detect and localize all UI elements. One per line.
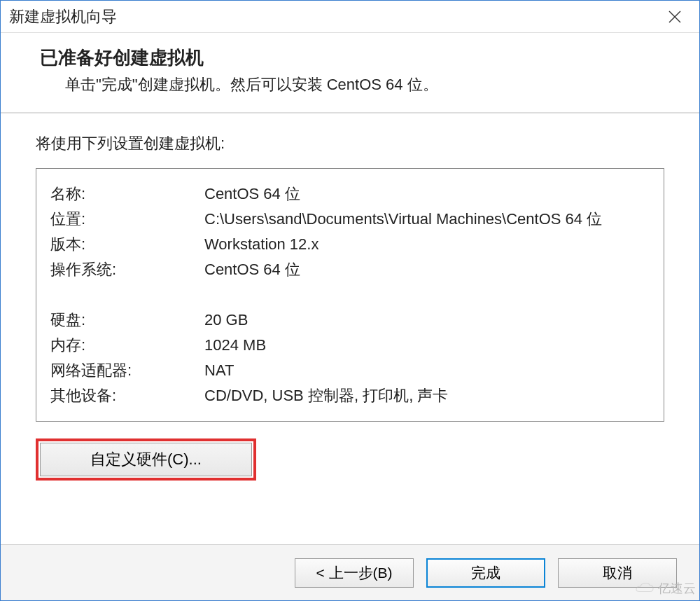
setting-value: NAT: [204, 358, 650, 383]
finish-button[interactable]: 完成: [426, 558, 545, 588]
setting-key: 其他设备:: [50, 383, 204, 408]
table-row: 操作系统: CentOS 64 位: [50, 257, 650, 282]
table-row: 其他设备: CD/DVD, USB 控制器, 打印机, 声卡: [50, 383, 650, 408]
content-area: 将使用下列设置创建虚拟机: 名称: CentOS 64 位 位置: C:\Use…: [1, 113, 699, 544]
setting-value: CentOS 64 位: [204, 181, 650, 207]
cancel-button[interactable]: 取消: [558, 558, 677, 588]
table-row: 位置: C:\Users\sand\Documents\Virtual Mach…: [50, 207, 650, 232]
spacer: [50, 282, 650, 308]
header-title: 已准备好创建虚拟机: [40, 46, 687, 70]
setting-value: CD/DVD, USB 控制器, 打印机, 声卡: [204, 383, 650, 408]
customize-hardware-button[interactable]: 自定义硬件(C)...: [40, 443, 252, 476]
setting-value: 20 GB: [204, 308, 650, 333]
settings-summary-box: 名称: CentOS 64 位 位置: C:\Users\sand\Docume…: [36, 168, 664, 422]
table-row: 内存: 1024 MB: [50, 333, 650, 358]
setting-key: 名称:: [50, 181, 204, 207]
setting-value: Workstation 12.x: [204, 232, 650, 257]
setting-value: 1024 MB: [204, 333, 650, 358]
setting-value: CentOS 64 位: [204, 257, 650, 282]
wizard-window: 新建虚拟机向导 已准备好创建虚拟机 单击"完成"创建虚拟机。然后可以安装 Cen…: [0, 0, 700, 601]
settings-label: 将使用下列设置创建虚拟机:: [36, 133, 664, 154]
table-row: 硬盘: 20 GB: [50, 308, 650, 333]
setting-key: 网络适配器:: [50, 358, 204, 383]
customize-hardware-wrap: 自定义硬件(C)...: [36, 438, 664, 481]
setting-key: 位置:: [50, 207, 204, 232]
table-row: 网络适配器: NAT: [50, 358, 650, 383]
highlight-box: 自定义硬件(C)...: [36, 438, 256, 481]
wizard-footer: < 上一步(B) 完成 取消: [1, 544, 699, 600]
table-row: 名称: CentOS 64 位: [50, 181, 650, 207]
setting-key: 硬盘:: [50, 308, 204, 333]
setting-key: 版本:: [50, 232, 204, 257]
back-button[interactable]: < 上一步(B): [295, 558, 414, 588]
header-subtitle: 单击"完成"创建虚拟机。然后可以安装 CentOS 64 位。: [40, 74, 687, 95]
setting-key: 操作系统:: [50, 257, 204, 282]
window-title: 新建虚拟机向导: [9, 6, 117, 27]
wizard-header: 已准备好创建虚拟机 单击"完成"创建虚拟机。然后可以安装 CentOS 64 位…: [1, 33, 699, 113]
titlebar: 新建虚拟机向导: [1, 1, 699, 33]
table-row: 版本: Workstation 12.x: [50, 232, 650, 257]
setting-value: C:\Users\sand\Documents\Virtual Machines…: [204, 207, 650, 232]
close-icon[interactable]: [659, 1, 691, 33]
setting-key: 内存:: [50, 333, 204, 358]
